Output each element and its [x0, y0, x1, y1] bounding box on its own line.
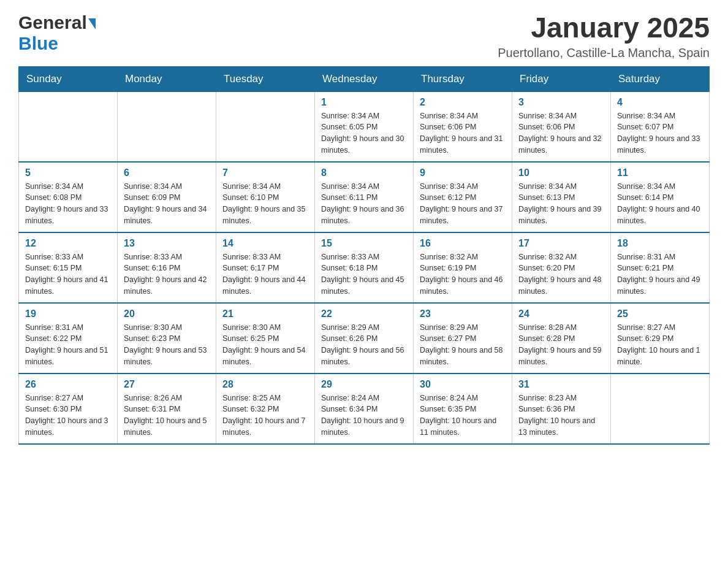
day-info: Sunrise: 8:33 AMSunset: 6:16 PMDaylight:… [124, 251, 210, 297]
day-number: 6 [124, 167, 210, 178]
calendar-cell: 19Sunrise: 8:31 AMSunset: 6:22 PMDayligh… [19, 303, 118, 373]
calendar-cell: 27Sunrise: 8:26 AMSunset: 6:31 PMDayligh… [118, 373, 216, 444]
calendar-cell: 13Sunrise: 8:33 AMSunset: 6:16 PMDayligh… [118, 232, 216, 303]
calendar-cell: 31Sunrise: 8:23 AMSunset: 6:36 PMDayligh… [512, 373, 611, 444]
calendar-cell [216, 91, 315, 162]
day-number: 17 [518, 238, 604, 249]
weekday-header-monday: Monday [118, 66, 216, 91]
calendar-cell: 26Sunrise: 8:27 AMSunset: 6:30 PMDayligh… [19, 373, 118, 444]
calendar-week-1: 1Sunrise: 8:34 AMSunset: 6:05 PMDaylight… [19, 91, 710, 162]
calendar-cell: 12Sunrise: 8:33 AMSunset: 6:15 PMDayligh… [19, 232, 118, 303]
day-info: Sunrise: 8:23 AMSunset: 6:36 PMDaylight:… [518, 393, 604, 439]
title-block: January 2025 Puertollano, Castille-La Ma… [498, 12, 710, 60]
calendar-cell: 20Sunrise: 8:30 AMSunset: 6:23 PMDayligh… [118, 303, 216, 373]
page-header: General Blue January 2025 Puertollano, C… [18, 12, 710, 60]
day-info: Sunrise: 8:30 AMSunset: 6:25 PMDaylight:… [222, 322, 308, 368]
day-info: Sunrise: 8:34 AMSunset: 6:05 PMDaylight:… [321, 110, 407, 156]
weekday-header-wednesday: Wednesday [315, 66, 414, 91]
day-info: Sunrise: 8:34 AMSunset: 6:06 PMDaylight:… [518, 110, 604, 156]
day-number: 2 [420, 97, 506, 108]
day-info: Sunrise: 8:32 AMSunset: 6:19 PMDaylight:… [420, 251, 506, 297]
calendar-cell: 22Sunrise: 8:29 AMSunset: 6:26 PMDayligh… [315, 303, 414, 373]
logo-arrow-icon [88, 18, 96, 29]
day-info: Sunrise: 8:34 AMSunset: 6:06 PMDaylight:… [420, 110, 506, 156]
day-info: Sunrise: 8:33 AMSunset: 6:15 PMDaylight:… [25, 251, 111, 297]
day-info: Sunrise: 8:25 AMSunset: 6:32 PMDaylight:… [222, 393, 308, 439]
calendar-cell: 8Sunrise: 8:34 AMSunset: 6:11 PMDaylight… [315, 162, 414, 232]
day-number: 16 [420, 238, 506, 249]
day-number: 3 [518, 97, 604, 108]
calendar-cell: 9Sunrise: 8:34 AMSunset: 6:12 PMDaylight… [414, 162, 512, 232]
day-number: 30 [420, 379, 506, 390]
day-info: Sunrise: 8:31 AMSunset: 6:22 PMDaylight:… [25, 322, 111, 368]
day-number: 26 [25, 379, 111, 390]
day-number: 13 [124, 238, 210, 249]
calendar-cell: 6Sunrise: 8:34 AMSunset: 6:09 PMDaylight… [118, 162, 216, 232]
calendar-week-4: 19Sunrise: 8:31 AMSunset: 6:22 PMDayligh… [19, 303, 710, 373]
day-number: 14 [222, 238, 308, 249]
day-info: Sunrise: 8:33 AMSunset: 6:18 PMDaylight:… [321, 251, 407, 297]
day-number: 5 [25, 167, 111, 178]
weekday-header-friday: Friday [512, 66, 611, 91]
day-number: 23 [420, 308, 506, 320]
day-info: Sunrise: 8:34 AMSunset: 6:08 PMDaylight:… [25, 181, 111, 227]
day-info: Sunrise: 8:30 AMSunset: 6:23 PMDaylight:… [124, 322, 210, 368]
day-number: 4 [617, 97, 703, 108]
day-info: Sunrise: 8:24 AMSunset: 6:34 PMDaylight:… [321, 393, 407, 439]
calendar-week-2: 5Sunrise: 8:34 AMSunset: 6:08 PMDaylight… [19, 162, 710, 232]
calendar-cell: 18Sunrise: 8:31 AMSunset: 6:21 PMDayligh… [611, 232, 710, 303]
calendar-cell [611, 373, 710, 444]
calendar-cell: 30Sunrise: 8:24 AMSunset: 6:35 PMDayligh… [414, 373, 512, 444]
logo-blue: Blue [18, 33, 58, 54]
day-info: Sunrise: 8:26 AMSunset: 6:31 PMDaylight:… [124, 393, 210, 439]
calendar-week-5: 26Sunrise: 8:27 AMSunset: 6:30 PMDayligh… [19, 373, 710, 444]
day-number: 27 [124, 379, 210, 390]
day-number: 10 [518, 167, 604, 178]
calendar-cell: 4Sunrise: 8:34 AMSunset: 6:07 PMDaylight… [611, 91, 710, 162]
day-number: 1 [321, 97, 407, 108]
day-number: 11 [617, 167, 703, 178]
day-number: 12 [25, 238, 111, 249]
day-number: 24 [518, 308, 604, 320]
calendar-table: SundayMondayTuesdayWednesdayThursdayFrid… [18, 66, 710, 445]
calendar-cell: 28Sunrise: 8:25 AMSunset: 6:32 PMDayligh… [216, 373, 315, 444]
day-number: 25 [617, 308, 703, 320]
calendar-cell: 14Sunrise: 8:33 AMSunset: 6:17 PMDayligh… [216, 232, 315, 303]
day-info: Sunrise: 8:28 AMSunset: 6:28 PMDaylight:… [518, 322, 604, 368]
calendar-cell: 16Sunrise: 8:32 AMSunset: 6:19 PMDayligh… [414, 232, 512, 303]
calendar-cell: 15Sunrise: 8:33 AMSunset: 6:18 PMDayligh… [315, 232, 414, 303]
day-info: Sunrise: 8:27 AMSunset: 6:29 PMDaylight:… [617, 322, 703, 368]
calendar-cell: 5Sunrise: 8:34 AMSunset: 6:08 PMDaylight… [19, 162, 118, 232]
calendar-cell: 24Sunrise: 8:28 AMSunset: 6:28 PMDayligh… [512, 303, 611, 373]
weekday-header-thursday: Thursday [414, 66, 512, 91]
calendar-cell: 17Sunrise: 8:32 AMSunset: 6:20 PMDayligh… [512, 232, 611, 303]
calendar-body: 1Sunrise: 8:34 AMSunset: 6:05 PMDaylight… [19, 91, 710, 444]
day-info: Sunrise: 8:34 AMSunset: 6:12 PMDaylight:… [420, 181, 506, 227]
day-number: 22 [321, 308, 407, 320]
day-info: Sunrise: 8:34 AMSunset: 6:14 PMDaylight:… [617, 181, 703, 227]
day-number: 7 [222, 167, 308, 178]
location-title: Puertollano, Castille-La Mancha, Spain [498, 46, 710, 60]
logo: General Blue [18, 12, 96, 54]
month-title: January 2025 [498, 12, 710, 44]
logo-general: General [18, 12, 87, 33]
calendar-week-3: 12Sunrise: 8:33 AMSunset: 6:15 PMDayligh… [19, 232, 710, 303]
day-number: 28 [222, 379, 308, 390]
calendar-cell: 25Sunrise: 8:27 AMSunset: 6:29 PMDayligh… [611, 303, 710, 373]
day-info: Sunrise: 8:27 AMSunset: 6:30 PMDaylight:… [25, 393, 111, 439]
day-info: Sunrise: 8:34 AMSunset: 6:07 PMDaylight:… [617, 110, 703, 156]
calendar-cell: 3Sunrise: 8:34 AMSunset: 6:06 PMDaylight… [512, 91, 611, 162]
calendar-cell: 1Sunrise: 8:34 AMSunset: 6:05 PMDaylight… [315, 91, 414, 162]
calendar-cell [118, 91, 216, 162]
calendar-cell: 11Sunrise: 8:34 AMSunset: 6:14 PMDayligh… [611, 162, 710, 232]
calendar-header: SundayMondayTuesdayWednesdayThursdayFrid… [19, 66, 710, 91]
day-number: 19 [25, 308, 111, 320]
day-number: 21 [222, 308, 308, 320]
weekday-header-tuesday: Tuesday [216, 66, 315, 91]
day-info: Sunrise: 8:34 AMSunset: 6:09 PMDaylight:… [124, 181, 210, 227]
calendar-cell: 2Sunrise: 8:34 AMSunset: 6:06 PMDaylight… [414, 91, 512, 162]
day-number: 31 [518, 379, 604, 390]
day-info: Sunrise: 8:33 AMSunset: 6:17 PMDaylight:… [222, 251, 308, 297]
day-number: 9 [420, 167, 506, 178]
calendar-cell [19, 91, 118, 162]
